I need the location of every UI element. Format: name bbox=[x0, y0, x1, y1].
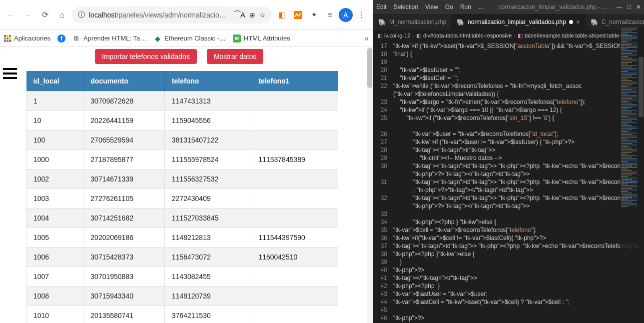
bookmarks-bar: Aplicaciones f 🗎Aprender HTML: Ta… ◆Ethe… bbox=[0, 30, 373, 47]
table-cell bbox=[251, 306, 338, 324]
table-row: 1010201355807413764211530 bbox=[26, 306, 338, 324]
table-cell: 3764211530 bbox=[164, 306, 251, 324]
bookmark-html-attributes[interactable]: wHTML Attributes bbox=[233, 34, 290, 42]
menu-item[interactable]: View bbox=[425, 4, 438, 10]
bookmark-star-icon[interactable]: ☆ bbox=[259, 11, 266, 19]
bookmark-facebook[interactable]: f bbox=[57, 34, 65, 42]
breadcrumb[interactable]: ◧ iv.col-lg-12›◧ div#data-tabla-html.tab… bbox=[373, 30, 644, 41]
table-cell: 2272430409 bbox=[164, 189, 251, 208]
apps-shortcut[interactable]: Aplicaciones bbox=[4, 34, 50, 42]
table-cell: 111556327532 bbox=[164, 170, 251, 189]
editor-tab[interactable]: 🐘M_normalizacion.php bbox=[373, 14, 452, 30]
profile-avatar[interactable]: A bbox=[339, 8, 353, 22]
menu-item[interactable]: Edit bbox=[376, 4, 387, 10]
table-cell: 1003 bbox=[26, 189, 83, 208]
table-cell: 27276261105 bbox=[83, 189, 165, 208]
breadcrumb-icon: ◧ bbox=[518, 32, 523, 39]
table-row: 1008307159433401148120739 bbox=[26, 286, 338, 306]
table-cell: 111544397590 bbox=[251, 228, 338, 248]
column-header[interactable]: telefono1 bbox=[251, 71, 338, 92]
table-cell: 1000 bbox=[26, 150, 83, 170]
table-row: 1005202020691861148212813111544397590 bbox=[26, 228, 338, 248]
reading-list-icon[interactable]: ≡ bbox=[323, 8, 337, 22]
minimize-button[interactable]: — bbox=[617, 4, 623, 10]
extension-icon-2[interactable] bbox=[291, 8, 305, 22]
table-cell bbox=[251, 111, 338, 130]
close-tab-icon[interactable]: × bbox=[576, 18, 580, 26]
home-button[interactable]: ⌂ bbox=[55, 8, 69, 22]
document-icon: 🗎 bbox=[72, 34, 80, 42]
editor-tab[interactable]: 🐘C_normalizacion.php bbox=[586, 14, 644, 30]
php-icon: 🐘 bbox=[457, 18, 465, 26]
column-header[interactable]: documento bbox=[83, 71, 165, 92]
column-header[interactable]: id_local bbox=[26, 71, 83, 92]
page-scrollbar[interactable] bbox=[367, 47, 373, 323]
table-cell: 1159045556 bbox=[164, 111, 251, 130]
table-cell: 30709872628 bbox=[83, 92, 165, 111]
php-icon: 🐘 bbox=[378, 18, 386, 26]
menu-item[interactable]: Go bbox=[445, 4, 453, 10]
breadcrumb-segment[interactable]: table#example.table.table-striped.table-… bbox=[525, 32, 643, 38]
editor-tab[interactable]: 🐘normalizacion_limpiar_validados.php× bbox=[452, 14, 586, 30]
php-icon: 🐘 bbox=[591, 18, 599, 26]
import-button[interactable]: Importar telefonos validados bbox=[95, 49, 197, 64]
zoom-icon[interactable]: ⊕ bbox=[249, 11, 255, 19]
table-cell: 30715428373 bbox=[83, 248, 165, 267]
reload-button[interactable]: ⟳ bbox=[38, 8, 52, 22]
extensions-icon[interactable]: ✦ bbox=[307, 8, 321, 22]
table-cell: 1006 bbox=[26, 248, 83, 267]
code-area[interactable]: "tk-kw">if ("tk-kw">isset("tk-var">$_SES… bbox=[390, 41, 644, 323]
table-cell: 381315407122 bbox=[164, 130, 251, 150]
menu-item[interactable]: … bbox=[478, 4, 484, 10]
menu-item[interactable]: Selection bbox=[394, 4, 418, 10]
forward-button[interactable]: → bbox=[21, 8, 35, 22]
tab-label: C_normalizacion.php bbox=[602, 18, 644, 26]
bookmark-ethereum[interactable]: ◆Ethereum Classic -… bbox=[153, 34, 226, 42]
table-cell bbox=[251, 208, 338, 228]
breadcrumb-segment[interactable]: div#data-tabla-html.table-responsive bbox=[423, 32, 512, 38]
window-title: normalizacion_limpiar_validados.php - pa… bbox=[498, 4, 610, 10]
browser-window: ← → ⟳ ⌂ ⓘ localhost/paneles/views/adm/no… bbox=[0, 0, 373, 323]
translate-icon[interactable]: ⁀A bbox=[234, 10, 245, 20]
extension-icon-1[interactable]: ◧ bbox=[275, 8, 289, 22]
maximize-button[interactable]: □ bbox=[628, 4, 631, 10]
editor-scrollbar[interactable] bbox=[638, 27, 644, 307]
menu-icon[interactable]: ⋮ bbox=[355, 8, 369, 22]
browser-toolbar: ← → ⟳ ⌂ ⓘ localhost/paneles/views/adm/no… bbox=[0, 0, 373, 30]
table-cell: 111555978524 bbox=[164, 150, 251, 170]
table-cell bbox=[251, 286, 338, 306]
show-data-button[interactable]: Mostrar datos bbox=[207, 49, 264, 64]
column-header[interactable]: telefono bbox=[164, 71, 251, 92]
vscode-window: EditSelectionViewGoRun… normalizacion_li… bbox=[373, 0, 644, 323]
table-cell bbox=[251, 267, 338, 286]
apps-icon bbox=[4, 35, 11, 42]
table-cell: 20226441159 bbox=[83, 111, 165, 130]
tab-label: normalizacion_limpiar_validados.php bbox=[468, 18, 566, 26]
table-cell: 1002 bbox=[26, 170, 83, 189]
table-cell: 1 bbox=[26, 92, 83, 111]
table-cell: 100 bbox=[26, 130, 83, 150]
table-row: 100430714251682111527033845 bbox=[26, 208, 338, 228]
table-cell: 1010 bbox=[26, 306, 83, 324]
back-button[interactable]: ← bbox=[4, 8, 18, 22]
table-cell: 1008 bbox=[26, 286, 83, 306]
site-info-icon[interactable]: ⓘ bbox=[78, 10, 85, 20]
table-cell: 30715943340 bbox=[83, 286, 165, 306]
hamburger-menu-button[interactable] bbox=[3, 68, 17, 79]
table-row: 10027065529594381315407122 bbox=[26, 130, 338, 150]
breadcrumb-icon: ◧ bbox=[416, 32, 421, 39]
editor[interactable]: 1718192021222324252627282930313233343536… bbox=[373, 41, 644, 323]
bookmark-aprender-html[interactable]: 🗎Aprender HTML: Ta… bbox=[72, 34, 146, 42]
bookmarks-overflow-icon[interactable]: » bbox=[364, 34, 369, 43]
menu-item[interactable]: Run bbox=[460, 4, 471, 10]
table-cell: 1004 bbox=[26, 208, 83, 228]
close-window-button[interactable]: ✕ bbox=[636, 4, 641, 10]
table-cell: 10 bbox=[26, 111, 83, 130]
table-cell: 1147431313 bbox=[164, 92, 251, 111]
address-bar[interactable]: ⓘ localhost/paneles/views/adm/normalizac… bbox=[72, 6, 272, 24]
table-row: 10202264411591159045556 bbox=[26, 111, 338, 130]
vscode-menubar: EditSelectionViewGoRun… normalizacion_li… bbox=[373, 0, 644, 14]
bookmark-label: Aprender HTML: Ta… bbox=[83, 34, 146, 42]
action-buttons: Importar telefonos validados Mostrar dat… bbox=[0, 47, 373, 71]
breadcrumb-segment[interactable]: iv.col-lg-12 bbox=[384, 32, 410, 38]
